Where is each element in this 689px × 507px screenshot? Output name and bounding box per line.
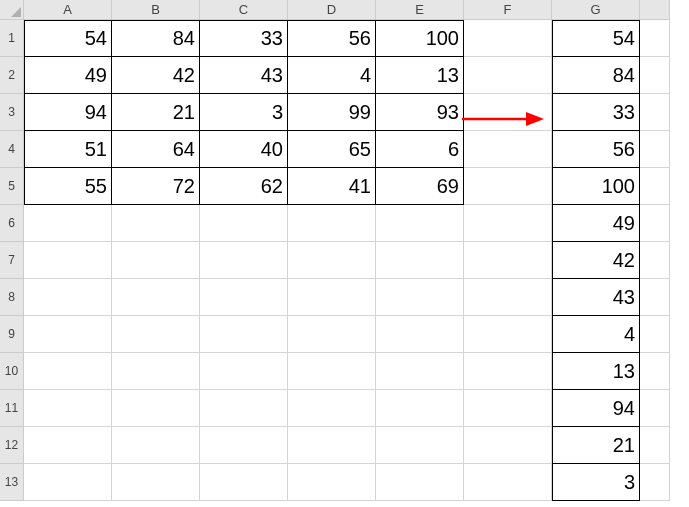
cell-F12[interactable]	[464, 427, 552, 464]
cell-A13[interactable]	[24, 464, 112, 501]
cell-G7[interactable]: 42	[552, 242, 640, 279]
spreadsheet-grid[interactable]: ABCDEFG154843356100542494243413843942139…	[0, 0, 689, 501]
cell-D11[interactable]	[288, 390, 376, 427]
cell-F4[interactable]	[464, 131, 552, 168]
cell-G1[interactable]: 54	[552, 20, 640, 57]
cell-G5[interactable]: 100	[552, 168, 640, 205]
cell-D9[interactable]	[288, 316, 376, 353]
cell-F6[interactable]	[464, 205, 552, 242]
cell-E10[interactable]	[376, 353, 464, 390]
cell-G2[interactable]: 84	[552, 57, 640, 94]
cell-D13[interactable]	[288, 464, 376, 501]
cell-B10[interactable]	[112, 353, 200, 390]
cell-F13[interactable]	[464, 464, 552, 501]
row-header-9[interactable]: 9	[0, 316, 24, 353]
row-header-13[interactable]: 13	[0, 464, 24, 501]
cell-F3[interactable]	[464, 94, 552, 131]
cell-G10[interactable]: 13	[552, 353, 640, 390]
cell-C2[interactable]: 43	[200, 57, 288, 94]
cell-A12[interactable]	[24, 427, 112, 464]
cell-A1[interactable]: 54	[24, 20, 112, 57]
row-header-5[interactable]: 5	[0, 168, 24, 205]
cell-A2[interactable]: 49	[24, 57, 112, 94]
cell-G13[interactable]: 3	[552, 464, 640, 501]
row-header-10[interactable]: 10	[0, 353, 24, 390]
row-header-4[interactable]: 4	[0, 131, 24, 168]
cell-E8[interactable]	[376, 279, 464, 316]
col-header-C[interactable]: C	[200, 0, 288, 20]
row-header-1[interactable]: 1	[0, 20, 24, 57]
row-header-12[interactable]: 12	[0, 427, 24, 464]
row-header-8[interactable]: 8	[0, 279, 24, 316]
cell-E13[interactable]	[376, 464, 464, 501]
cell-C6[interactable]	[200, 205, 288, 242]
cell-E2[interactable]: 13	[376, 57, 464, 94]
cell-G3[interactable]: 33	[552, 94, 640, 131]
cell-B4[interactable]: 64	[112, 131, 200, 168]
cell-A11[interactable]	[24, 390, 112, 427]
cell-B7[interactable]	[112, 242, 200, 279]
cell-B6[interactable]	[112, 205, 200, 242]
select-all-corner[interactable]	[0, 0, 24, 20]
cell-F11[interactable]	[464, 390, 552, 427]
cell-F7[interactable]	[464, 242, 552, 279]
cell-G8[interactable]: 43	[552, 279, 640, 316]
cell-B12[interactable]	[112, 427, 200, 464]
cell-B8[interactable]	[112, 279, 200, 316]
col-header-D[interactable]: D	[288, 0, 376, 20]
row-header-6[interactable]: 6	[0, 205, 24, 242]
col-header-E[interactable]: E	[376, 0, 464, 20]
cell-G6[interactable]: 49	[552, 205, 640, 242]
col-header-F[interactable]: F	[464, 0, 552, 20]
cell-A8[interactable]	[24, 279, 112, 316]
col-header-A[interactable]: A	[24, 0, 112, 20]
cell-D2[interactable]: 4	[288, 57, 376, 94]
cell-G12[interactable]: 21	[552, 427, 640, 464]
cell-A4[interactable]: 51	[24, 131, 112, 168]
cell-D5[interactable]: 41	[288, 168, 376, 205]
cell-E6[interactable]	[376, 205, 464, 242]
cell-B9[interactable]	[112, 316, 200, 353]
cell-E12[interactable]	[376, 427, 464, 464]
row-header-7[interactable]: 7	[0, 242, 24, 279]
cell-C10[interactable]	[200, 353, 288, 390]
cell-C11[interactable]	[200, 390, 288, 427]
cell-C9[interactable]	[200, 316, 288, 353]
cell-E7[interactable]	[376, 242, 464, 279]
cell-D1[interactable]: 56	[288, 20, 376, 57]
cell-A9[interactable]	[24, 316, 112, 353]
cell-C5[interactable]: 62	[200, 168, 288, 205]
cell-A10[interactable]	[24, 353, 112, 390]
cell-C12[interactable]	[200, 427, 288, 464]
cell-G11[interactable]: 94	[552, 390, 640, 427]
row-header-11[interactable]: 11	[0, 390, 24, 427]
cell-C7[interactable]	[200, 242, 288, 279]
cell-B3[interactable]: 21	[112, 94, 200, 131]
cell-F10[interactable]	[464, 353, 552, 390]
cell-C4[interactable]: 40	[200, 131, 288, 168]
cell-B1[interactable]: 84	[112, 20, 200, 57]
cell-D8[interactable]	[288, 279, 376, 316]
cell-D4[interactable]: 65	[288, 131, 376, 168]
row-header-2[interactable]: 2	[0, 57, 24, 94]
cell-F2[interactable]	[464, 57, 552, 94]
cell-A5[interactable]: 55	[24, 168, 112, 205]
cell-D10[interactable]	[288, 353, 376, 390]
cell-C3[interactable]: 3	[200, 94, 288, 131]
cell-E9[interactable]	[376, 316, 464, 353]
row-header-3[interactable]: 3	[0, 94, 24, 131]
cell-D6[interactable]	[288, 205, 376, 242]
cell-A6[interactable]	[24, 205, 112, 242]
cell-F5[interactable]	[464, 168, 552, 205]
cell-G4[interactable]: 56	[552, 131, 640, 168]
cell-E5[interactable]: 69	[376, 168, 464, 205]
cell-B11[interactable]	[112, 390, 200, 427]
cell-A7[interactable]	[24, 242, 112, 279]
cell-D7[interactable]	[288, 242, 376, 279]
cell-E4[interactable]: 6	[376, 131, 464, 168]
cell-B2[interactable]: 42	[112, 57, 200, 94]
cell-F8[interactable]	[464, 279, 552, 316]
cell-E3[interactable]: 93	[376, 94, 464, 131]
cell-C8[interactable]	[200, 279, 288, 316]
cell-G9[interactable]: 4	[552, 316, 640, 353]
